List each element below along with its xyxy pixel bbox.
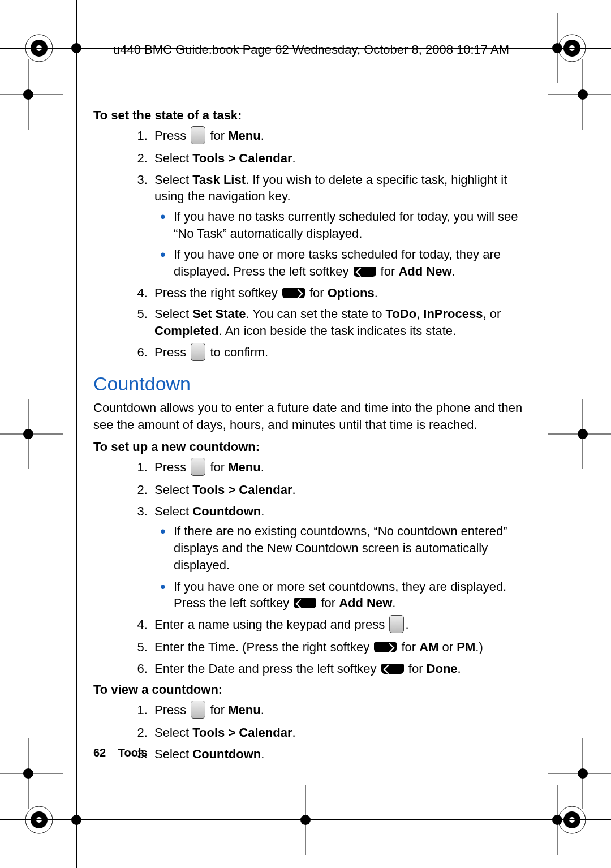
text: for (398, 640, 419, 654)
bold: Add New (339, 596, 392, 610)
text: for (206, 703, 228, 717)
text: Press (154, 460, 190, 474)
step: Select Countdown. (151, 746, 529, 763)
text: Select (154, 173, 192, 187)
step: Enter the Time. (Press the right softkey… (151, 639, 529, 656)
step: Press to confirm. (151, 344, 529, 362)
bold: AM (419, 640, 438, 654)
text: .) (475, 640, 483, 654)
step: Select Task List. If you wish to delete … (151, 171, 529, 280)
text: , or (483, 307, 501, 321)
right-softkey-icon (282, 288, 305, 298)
bold: ToDo (386, 307, 417, 321)
text: . (452, 264, 455, 278)
text: . (375, 286, 378, 300)
text: Press (154, 703, 190, 717)
text: Press (154, 345, 190, 359)
subheading-view-countdown: To view a countdown: (93, 681, 529, 698)
step: Select Countdown. If there are no existi… (151, 503, 529, 612)
text: Select (154, 747, 192, 761)
step: Press the right softkey for Options. (151, 285, 529, 302)
text: for (377, 264, 399, 278)
page-footer: 62 Tools (93, 746, 148, 759)
text: . (405, 617, 408, 631)
left-softkey-icon (354, 267, 376, 277)
text: . (292, 725, 296, 740)
text: Select (154, 151, 192, 165)
text: or (439, 640, 457, 654)
left-softkey-icon (381, 664, 404, 674)
text: . (392, 596, 395, 610)
ok-key-icon (191, 701, 205, 719)
text: . An icon beside the task indicates its … (219, 324, 456, 338)
step: Enter the Date and press the left softke… (151, 660, 529, 677)
bullet: If you have one or more tasks scheduled … (174, 246, 529, 280)
left-softkey-icon (294, 598, 316, 608)
subheading-new-countdown: To set up a new countdown: (93, 439, 529, 456)
crop-mark-icon (545, 807, 570, 832)
text: Select (154, 307, 192, 321)
footer-section: Tools (118, 746, 148, 759)
bold: Countdown (192, 747, 261, 761)
page-number: 62 (93, 746, 106, 759)
crop-mark-icon (545, 36, 570, 61)
text: to confirm. (206, 345, 268, 359)
crop-mark-icon (64, 807, 89, 832)
bold: Set State (192, 307, 246, 321)
subheading-set-state: To set the state of a task: (93, 107, 529, 124)
step: Select Set State. You can set the state … (151, 306, 529, 339)
text: Enter the Date and press the left softke… (154, 661, 380, 676)
bold: PM (457, 640, 475, 654)
sub-bullets: If you have no tasks currently scheduled… (154, 208, 529, 280)
text: Enter the Time. (Press the right softkey (154, 640, 373, 654)
text: . (261, 747, 264, 761)
bold: Menu (228, 460, 260, 474)
text: If you have no tasks currently scheduled… (174, 209, 518, 240)
crop-mark-icon (570, 761, 595, 786)
bold: Menu (228, 703, 260, 717)
step: Press for Menu. (151, 702, 529, 720)
bullet: If you have no tasks currently scheduled… (174, 208, 529, 242)
text: Select (154, 504, 192, 518)
text: Enter a name using the keypad and press (154, 617, 388, 631)
ok-key-icon (191, 458, 205, 476)
text: . (292, 151, 296, 165)
sub-bullets: If there are no existing countdowns, “No… (154, 523, 529, 611)
steps-set-state: Press for Menu. Select Tools > Calendar.… (93, 127, 529, 362)
bold: Task List (192, 173, 246, 187)
section-heading-countdown: Countdown (93, 371, 529, 397)
step: Press for Menu. (151, 459, 529, 477)
text: If there are no existing countdowns, “No… (174, 524, 507, 571)
header-rule (76, 57, 557, 57)
crop-mark-icon (570, 422, 595, 446)
text: Press (154, 128, 190, 143)
crop-mark-icon (64, 36, 89, 61)
bold: Tools > Calendar (192, 725, 292, 740)
bold: Add New (398, 264, 451, 278)
text: . (261, 504, 264, 518)
text: . (458, 661, 461, 676)
text: Select (154, 483, 192, 497)
bold: InProcess (423, 307, 483, 321)
crop-mark-icon (16, 422, 41, 446)
bold: Tools > Calendar (192, 151, 292, 165)
text: . (292, 483, 296, 497)
crop-line (76, 0, 77, 868)
text: . You can set the state to (246, 307, 385, 321)
text: for (405, 661, 427, 676)
text: . (261, 703, 264, 717)
bold: Completed (154, 324, 219, 338)
steps-view-countdown: Press for Menu. Select Tools > Calendar.… (93, 702, 529, 763)
bold: Menu (228, 128, 260, 143)
steps-new-countdown: Press for Menu. Select Tools > Calendar.… (93, 459, 529, 677)
running-header: u440 BMC Guide.book Page 62 Wednesday, O… (113, 42, 509, 57)
ok-key-icon (389, 615, 404, 633)
bullet: If you have one or more set countdowns, … (174, 578, 529, 612)
text: for (317, 596, 339, 610)
page: u440 BMC Guide.book Page 62 Wednesday, O… (0, 0, 611, 868)
bold: Options (328, 286, 375, 300)
crop-mark-icon (16, 761, 41, 786)
ok-key-icon (191, 126, 205, 144)
text: for (206, 460, 228, 474)
step: Press for Menu. (151, 127, 529, 145)
